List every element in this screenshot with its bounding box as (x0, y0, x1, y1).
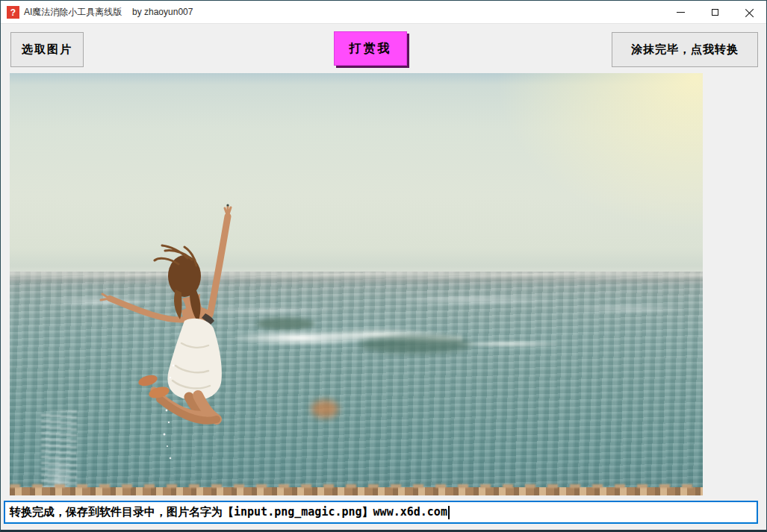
titlebar: ? AI魔法消除小工具离线版 by zhaoyun007 (1, 1, 766, 24)
maximize-icon (712, 9, 718, 16)
jumping-woman-figure (10, 73, 703, 495)
window-byline: by zhaoyun007 (132, 1, 193, 24)
maximize-button[interactable] (698, 1, 732, 24)
status-text: 转换完成，保存到软件目录中，图片名字为【input.png_magic.png】… (10, 505, 447, 519)
close-icon (745, 8, 754, 17)
window-title: AI魔法消除小工具离线版 (24, 1, 122, 24)
app-window: ? AI魔法消除小工具离线版 by zhaoyun007 选取图片 打赏我 涂抹… (0, 0, 767, 532)
window-controls (663, 1, 766, 24)
minimize-button[interactable] (663, 1, 698, 24)
close-button[interactable] (732, 1, 766, 24)
app-icon-glyph: ? (10, 7, 16, 18)
status-input[interactable]: 转换完成，保存到软件目录中，图片名字为【input.png_magic.png】… (4, 501, 758, 524)
photo-canvas[interactable] (10, 73, 703, 495)
text-caret (448, 506, 450, 519)
convert-button[interactable]: 涂抹完毕，点我转换 (612, 32, 758, 67)
donate-button[interactable]: 打赏我 (334, 31, 407, 66)
select-image-button[interactable]: 选取图片 (10, 32, 84, 67)
app-icon: ? (7, 6, 19, 19)
minimize-icon (677, 12, 685, 13)
